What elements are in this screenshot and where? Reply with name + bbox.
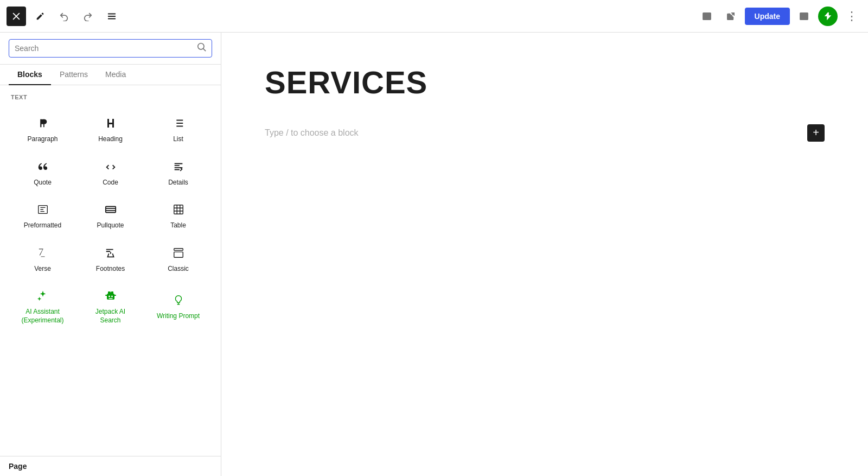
block-quote[interactable]: Quote xyxy=(9,150,76,194)
ellipsis-icon: ⋮ xyxy=(846,10,858,22)
page-label: Page xyxy=(0,456,221,476)
section-label-text: TEXT xyxy=(9,94,212,100)
blocks-container: TEXT Paragraph xyxy=(0,85,221,456)
block-ai-assistant[interactable]: AI Assistant(Experimental) xyxy=(9,280,76,331)
block-label-ai-assistant: AI Assistant(Experimental) xyxy=(21,308,63,325)
sidebar: Blocks Patterns Media TEXT Paragraph xyxy=(0,33,221,476)
blocks-grid: Paragraph Heading xyxy=(9,107,212,332)
paragraph-icon xyxy=(37,116,49,131)
view-button[interactable] xyxy=(697,7,717,26)
search-container xyxy=(0,33,221,65)
svg-rect-0 xyxy=(703,12,710,20)
block-label-preformatted: Preformatted xyxy=(24,221,61,230)
writing-prompt-icon xyxy=(173,293,184,308)
sidebar-icon xyxy=(799,11,809,21)
add-block-button[interactable]: + xyxy=(807,124,825,142)
block-label-list: List xyxy=(173,135,183,144)
external-link-button[interactable] xyxy=(721,7,741,26)
svg-rect-6 xyxy=(174,252,183,257)
svg-point-9 xyxy=(108,296,110,297)
code-icon xyxy=(105,159,117,174)
undo-icon xyxy=(59,11,69,21)
block-writing-prompt[interactable]: Writing Prompt xyxy=(144,280,212,331)
plus-icon: + xyxy=(813,126,819,139)
page-title: SERVICES xyxy=(265,65,825,100)
svg-rect-5 xyxy=(174,249,183,251)
redo-icon xyxy=(83,11,93,21)
block-pullquote[interactable]: Pullquote xyxy=(76,193,144,237)
list-view-button[interactable] xyxy=(102,7,122,26)
list-view-icon xyxy=(107,11,117,21)
undo-button[interactable] xyxy=(54,7,74,26)
search-box xyxy=(9,39,212,58)
block-heading[interactable]: Heading xyxy=(76,107,144,150)
placeholder-text: Type / to choose a block xyxy=(265,128,359,138)
block-jetpack-ai-search[interactable]: Jetpack AISearch xyxy=(76,280,144,331)
block-label-classic: Classic xyxy=(168,265,189,274)
classic-icon xyxy=(173,245,184,261)
block-verse[interactable]: Verse xyxy=(9,237,76,280)
block-label-pullquote: Pullquote xyxy=(97,221,124,230)
block-label-paragraph: Paragraph xyxy=(27,135,58,144)
block-classic[interactable]: Classic xyxy=(144,237,212,280)
close-icon xyxy=(11,11,21,21)
pen-icon xyxy=(35,11,45,21)
ai-assistant-icon xyxy=(37,288,49,303)
block-placeholder[interactable]: Type / to choose a block + xyxy=(265,122,825,144)
block-label-table: Table xyxy=(170,221,186,230)
block-label-verse: Verse xyxy=(34,265,51,274)
block-label-code: Code xyxy=(103,179,118,187)
more-options-button[interactable]: ⋮ xyxy=(842,7,861,26)
quote-icon xyxy=(37,159,49,174)
main-area: Blocks Patterns Media TEXT Paragraph xyxy=(0,33,868,476)
external-link-icon xyxy=(726,11,736,21)
block-footnotes[interactable]: Footnotes xyxy=(76,237,144,280)
jetpack-button[interactable] xyxy=(818,7,838,26)
preformatted-icon xyxy=(37,202,49,217)
jetpack-icon xyxy=(823,11,833,21)
block-label-jetpack-ai-search: Jetpack AISearch xyxy=(95,308,125,325)
update-button[interactable]: Update xyxy=(745,8,790,25)
footnotes-icon xyxy=(105,245,117,261)
pullquote-icon xyxy=(105,202,117,217)
table-icon xyxy=(173,202,184,217)
block-label-heading: Heading xyxy=(98,135,123,144)
svg-rect-4 xyxy=(174,205,183,214)
details-icon xyxy=(173,159,184,174)
block-table[interactable]: Table xyxy=(144,193,212,237)
jetpack-ai-search-icon xyxy=(104,288,117,303)
tab-blocks[interactable]: Blocks xyxy=(9,65,51,85)
block-label-writing-prompt: Writing Prompt xyxy=(157,312,200,321)
tab-patterns[interactable]: Patterns xyxy=(51,65,97,85)
block-details[interactable]: Details xyxy=(144,150,212,194)
pen-button[interactable] xyxy=(30,7,50,26)
verse-icon xyxy=(37,245,49,261)
redo-button[interactable] xyxy=(78,7,98,26)
block-paragraph[interactable]: Paragraph xyxy=(9,107,76,150)
list-icon xyxy=(173,116,184,131)
block-code[interactable]: Code xyxy=(76,150,144,194)
sidebar-toggle-button[interactable] xyxy=(794,7,814,26)
tabs: Blocks Patterns Media xyxy=(0,65,221,85)
block-label-footnotes: Footnotes xyxy=(96,265,125,274)
close-button[interactable] xyxy=(7,7,26,26)
tab-media[interactable]: Media xyxy=(97,65,135,85)
editor-area[interactable]: SERVICES Type / to choose a block + xyxy=(221,33,868,476)
block-label-quote: Quote xyxy=(34,179,52,187)
svg-point-11 xyxy=(110,291,111,292)
toolbar: Update ⋮ xyxy=(0,0,868,33)
toolbar-right: Update ⋮ xyxy=(697,7,861,26)
search-input[interactable] xyxy=(15,44,193,53)
view-icon xyxy=(702,11,712,21)
block-list[interactable]: List xyxy=(144,107,212,150)
heading-icon xyxy=(104,116,117,131)
toolbar-left xyxy=(7,7,693,26)
svg-point-10 xyxy=(111,296,113,297)
svg-rect-1 xyxy=(800,12,808,20)
svg-rect-3 xyxy=(105,207,115,213)
search-icon xyxy=(197,43,206,54)
block-preformatted[interactable]: Preformatted xyxy=(9,193,76,237)
block-label-details: Details xyxy=(168,179,188,187)
